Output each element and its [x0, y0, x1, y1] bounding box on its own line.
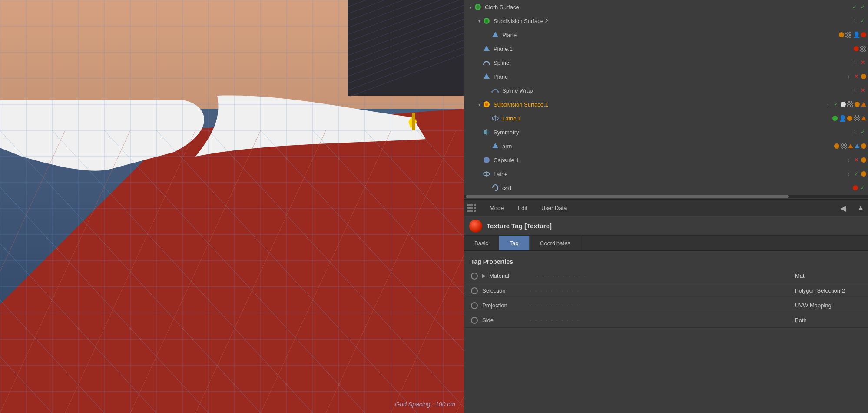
tree-item-label: Lathe	[494, 171, 845, 177]
expand-arrow	[476, 129, 482, 135]
tree-item[interactable]: ▾ Cloth Surface ✓✓	[464, 0, 868, 14]
tree-item-label: Spline	[494, 60, 851, 66]
right-panel: ▾ Cloth Surface ✓✓ ▾ Subdivision Surface…	[464, 0, 868, 413]
slash-icon: ⌇	[851, 59, 858, 66]
prop-radio[interactable]	[471, 287, 478, 294]
prop-row-selection: Selection · · · · · · · · · · Polygon Se…	[464, 283, 868, 298]
subdivision-icon	[482, 17, 491, 25]
user-data-button[interactable]: User Data	[538, 203, 570, 213]
properties-panel: Mode Edit User Data ◀ ▲ Texture Tag [Tex…	[464, 200, 868, 413]
prop-radio[interactable]	[471, 302, 478, 309]
expand-arrow	[485, 185, 491, 191]
dot-orange-icon	[839, 32, 844, 37]
mode-bar: Mode Edit User Data ◀ ▲	[464, 200, 868, 216]
tree-row-icons: ✓	[853, 184, 868, 191]
expand-arrow	[485, 143, 491, 149]
tree-row-icons: ⌇✓	[824, 101, 868, 108]
tag-header: Texture Tag [Texture]	[464, 216, 868, 236]
capsule-icon	[482, 156, 491, 164]
slash-icon: ⌇	[824, 101, 831, 108]
tag-title: Texture Tag [Texture]	[487, 222, 552, 230]
tree-item[interactable]: Lathe ⌇✓	[464, 167, 868, 181]
tree-item[interactable]: Plane ⌇✕	[464, 70, 868, 83]
prop-dots: · · · · · · · · · ·	[530, 288, 792, 293]
tree-item[interactable]: arm	[464, 139, 868, 153]
prop-radio[interactable]	[471, 317, 478, 324]
tab-tag[interactable]: Tag	[499, 236, 530, 250]
tree-item[interactable]: Lathe.1 👤	[464, 111, 868, 125]
tree-item[interactable]: ▾ Subdivision Surface.2 ⌇✓	[464, 14, 868, 28]
dot-red-icon	[854, 46, 859, 51]
check-icon: ✓	[859, 17, 866, 24]
dot-orange-icon	[861, 74, 866, 79]
section-title: Tag Properties	[464, 256, 868, 269]
plane-icon	[491, 30, 500, 39]
svg-point-10	[485, 103, 488, 106]
tree-row-icons: ⌇✕	[851, 87, 868, 94]
svg-rect-13	[484, 130, 486, 134]
person-icon: 👤	[853, 31, 860, 38]
tree-scrollbar[interactable]	[464, 195, 868, 198]
svg-rect-14	[487, 130, 490, 134]
expand-arrow	[476, 46, 482, 52]
tree-row-icons	[854, 46, 868, 52]
tree-item[interactable]: Plane.1	[464, 42, 868, 56]
svg-marker-4	[492, 32, 498, 37]
checker-icon	[847, 101, 853, 107]
checker-icon	[860, 46, 866, 52]
tree-item[interactable]: Symmetry ⌇✓	[464, 125, 868, 139]
x-icon: ✕	[859, 59, 866, 66]
edit-button[interactable]: Edit	[514, 203, 531, 213]
tree-item[interactable]: Spline Wrap ⌇✕	[464, 83, 868, 97]
svg-point-8	[497, 91, 499, 93]
tab-basic[interactable]: Basic	[464, 236, 499, 250]
checker-icon	[841, 143, 847, 149]
slash-icon: ⌇	[845, 73, 851, 80]
expand-arrow	[485, 115, 491, 121]
tree-item[interactable]: Plane 👤	[464, 28, 868, 42]
expand-arrow	[485, 87, 491, 93]
cloth-surface-icon	[474, 3, 482, 11]
tab-bar: BasicTagCoordinates	[464, 236, 868, 251]
prop-dots: · · · · · · · · · ·	[530, 318, 792, 323]
tree-row-icons: ⌇✓	[851, 129, 868, 136]
prop-label: Side	[482, 317, 530, 323]
3d-viewport[interactable]: Grid Spacing : 100 cm	[0, 0, 464, 413]
tree-row-icons: ⌇✓	[851, 17, 868, 24]
triangle-orange-icon	[848, 144, 853, 148]
check-icon: ✓	[832, 101, 839, 108]
expand-arrow: ▾	[476, 101, 482, 107]
prop-value: Both	[792, 317, 861, 323]
prop-expand-arrow[interactable]: ▶	[482, 273, 486, 279]
tree-item-label: Capsule.1	[494, 157, 845, 163]
viewport-canvas	[0, 0, 464, 413]
prop-label: Material	[489, 273, 537, 279]
prop-dots: · · · · · · · · · ·	[537, 273, 792, 279]
mode-button[interactable]: Mode	[486, 203, 507, 213]
symmetry-icon	[482, 128, 491, 137]
svg-point-3	[485, 19, 488, 23]
arm-icon	[491, 142, 500, 150]
prop-radio[interactable]	[471, 273, 478, 280]
tree-item[interactable]: c4d ✓	[464, 181, 868, 195]
x-icon: ✕	[859, 87, 866, 94]
tree-item[interactable]: ▾ Subdivision Surface.1 ⌇✓	[464, 97, 868, 111]
x-icon: ✕	[853, 157, 860, 163]
tree-item-label: arm	[502, 143, 834, 150]
svg-marker-6	[484, 73, 490, 79]
checker-icon	[845, 32, 851, 38]
tree-row-icons: ⌇✕	[845, 73, 868, 80]
svg-marker-5	[484, 46, 490, 51]
tree-item-label: Subdivision Surface.1	[494, 101, 824, 108]
tree-item-label: Spline Wrap	[502, 87, 851, 94]
check-icon: ✓	[859, 184, 866, 191]
tree-item[interactable]: Spline ⌇✕	[464, 56, 868, 70]
check-icon: ✓	[859, 3, 866, 10]
scene-tree[interactable]: ▾ Cloth Surface ✓✓ ▾ Subdivision Surface…	[464, 0, 868, 200]
tree-item[interactable]: Capsule.1 ⌇✕	[464, 153, 868, 167]
dot-orange-icon	[861, 171, 866, 177]
dot-orange-icon	[861, 157, 866, 163]
check-icon: ✓	[853, 170, 860, 177]
tab-coordinates[interactable]: Coordinates	[530, 236, 581, 250]
expand-arrow	[476, 60, 482, 66]
